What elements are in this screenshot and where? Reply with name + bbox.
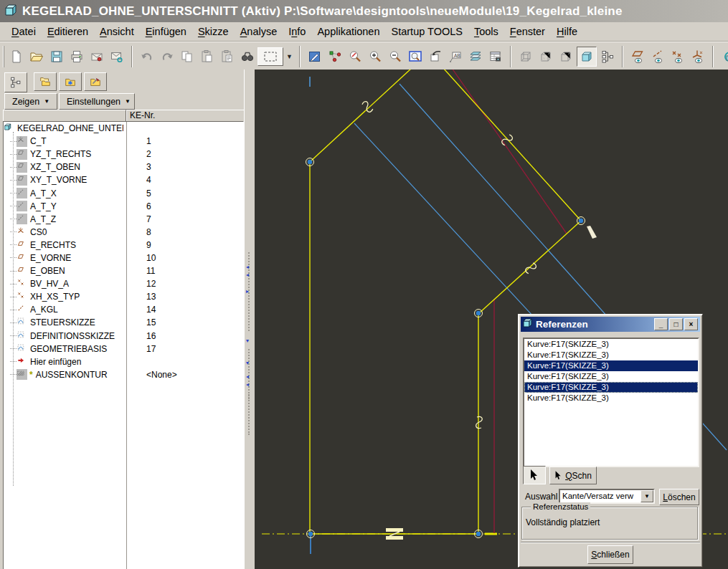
wireframe-button[interactable] (516, 47, 535, 66)
tree-row-a-t-y[interactable]: A_T_Y6 (4, 200, 243, 213)
send-mail-button[interactable] (108, 47, 126, 66)
menu-item-info[interactable]: Info (283, 24, 311, 39)
combobox-dropdown-icon[interactable]: ▼ (640, 490, 653, 502)
loeschen-button[interactable]: Löschen (659, 489, 699, 505)
tree-row-e-vorne[interactable]: E_VORNE10 (4, 252, 243, 264)
tree-row-e-oben[interactable]: E_OBEN11 (4, 264, 243, 277)
reorient-button[interactable] (426, 47, 445, 66)
datum-csys-toggle-button[interactable] (689, 47, 707, 66)
tree-row-a-t-z[interactable]: A_T_Z7 (4, 213, 243, 226)
tree-row-yz-t-rechts[interactable]: YZ_T_RECHTS2 (4, 148, 243, 161)
no-hidden-button[interactable] (557, 47, 575, 66)
tree-row-hier-einf-gen[interactable]: Hier einfügen (4, 355, 243, 368)
tree-root-row[interactable]: KEGELRAD_OHNE_UNTERS (4, 122, 243, 135)
reference-list-item[interactable]: Kurve:F17(SKIZZE_3) (524, 350, 698, 360)
einstellungen-dropdown-button[interactable]: Einstellungen ▼ (59, 93, 135, 110)
zeigen-dropdown-button[interactable]: Zeigen ▼ (4, 93, 57, 110)
sash-expand-right-icon[interactable]: ▸ (246, 289, 249, 295)
reference-edge-red[interactable] (452, 70, 567, 234)
reference-list-item[interactable]: Kurve:F17(SKIZZE_3) (524, 360, 698, 371)
menu-item-startup-tools[interactable]: Startup TOOLS (386, 24, 468, 39)
reference-list-item[interactable]: Kurve:F17(SKIZZE_3) (524, 382, 698, 393)
tree-row-aussenkontur[interactable]: *AUSSENKONTUR<None> (4, 368, 243, 381)
datum-axis-toggle-button[interactable] (648, 47, 667, 66)
dropdown-caret-icon[interactable]: ▼ (286, 53, 293, 60)
tree-row-xz-t-oben[interactable]: XZ_T_OBEN3 (4, 161, 243, 173)
zoom-fit-button[interactable] (406, 47, 425, 66)
sketch-zoom-button[interactable] (346, 47, 364, 66)
tree-row-geometriebasis[interactable]: GEOMETRIEBASIS17 (4, 343, 243, 355)
select-box-button[interactable]: ▼ (257, 47, 295, 66)
undo-button[interactable] (138, 47, 156, 66)
datum-point-toggle-button[interactable] (668, 47, 687, 66)
menu-item-skizze[interactable]: Skizze (192, 24, 235, 39)
dialog-titlebar[interactable]: Referenzen _ □ × (521, 317, 700, 332)
save-button[interactable] (47, 47, 66, 66)
sketch-line-upper-right[interactable] (443, 70, 581, 221)
navigator-tab-favorites[interactable] (59, 72, 82, 91)
paste-special-button[interactable] (218, 47, 237, 66)
toolbar-grip[interactable] (3, 46, 4, 67)
tree-row-c-t[interactable]: C_T1 (4, 135, 243, 148)
datum-tag-button[interactable]: AB (446, 47, 465, 66)
shaded-button[interactable] (577, 47, 597, 67)
tree-select-button[interactable] (598, 47, 617, 66)
reference-list-item[interactable]: Kurve:F17(SKIZZE_3) (524, 371, 698, 382)
tree-row-e-rechts[interactable]: E_RECHTS9 (4, 239, 243, 252)
close-button[interactable]: × (684, 318, 698, 330)
select-box-icon[interactable] (257, 47, 283, 66)
datum-references-button[interactable] (326, 47, 344, 66)
menu-item-hilfe[interactable]: Hilfe (551, 24, 583, 39)
window-titlebar[interactable]: KEGELRAD_OHNE_UNTERSCHNITT (Aktiv) P:\So… (0, 0, 728, 23)
sash-collapse-left-icon[interactable]: ◂ (246, 264, 249, 270)
regenerate-button[interactable] (719, 47, 728, 66)
print-button[interactable] (67, 47, 86, 66)
hidden-line-button[interactable] (536, 47, 555, 66)
navigator-tab-folder-browser[interactable] (34, 72, 57, 91)
open-folder-button[interactable] (27, 47, 46, 66)
reference-list-item[interactable]: Kurve:F17(SKIZZE_3) (524, 339, 698, 350)
menu-item-fenster[interactable]: Fenster (504, 24, 551, 39)
plot-button[interactable] (88, 47, 106, 66)
references-list[interactable]: Kurve:F17(SKIZZE_3)Kurve:F17(SKIZZE_3)Ku… (523, 338, 699, 467)
sketch-line-upper-left[interactable] (310, 70, 412, 162)
tree-row-definitionsskizze[interactable]: DEFINITIONSSKIZZE16 (4, 330, 243, 343)
sash-down-icon[interactable]: ▾ (246, 360, 249, 366)
paste-button[interactable] (198, 47, 217, 66)
menu-item-ansicht[interactable]: Ansicht (94, 24, 140, 39)
layers-button[interactable] (466, 47, 485, 66)
tree-row-steuerskizze[interactable]: STEUERSKIZZE15 (4, 316, 243, 329)
navigator-tab-utilities[interactable] (84, 72, 107, 91)
tree-row-a-kgl[interactable]: A_KGL14 (4, 303, 243, 316)
sash-collapse-left-icon[interactable]: ◂ (246, 374, 249, 380)
reference-list-item[interactable]: Kurve:F17(SKIZZE_3) (524, 393, 698, 403)
select-arrow-button[interactable] (523, 466, 546, 484)
menu-item-tools[interactable]: Tools (468, 24, 504, 39)
new-document-button[interactable] (7, 47, 26, 66)
tree-row-cs0[interactable]: CS08 (4, 226, 243, 239)
sash-collapse-left-icon[interactable]: ◂ (246, 272, 249, 278)
tree-row-xh-xs-typ[interactable]: XH_XS_TYP13 (4, 290, 243, 303)
copy-button[interactable] (178, 47, 197, 66)
menu-item-applikationen[interactable]: Applikationen (311, 24, 385, 39)
tree-row-bv-hv-a[interactable]: BV_HV_A12 (4, 277, 243, 290)
sash-collapse-left-icon[interactable]: ◂ (246, 382, 249, 388)
qschn-button[interactable]: QSchn (549, 467, 597, 484)
sketch-mode-button[interactable] (306, 47, 324, 66)
view-manager-button[interactable] (486, 47, 505, 66)
minimize-button[interactable]: _ (654, 318, 668, 330)
zoom-out-button[interactable] (386, 47, 405, 66)
menu-item-editieren[interactable]: Editieren (42, 24, 94, 39)
find-button[interactable] (238, 47, 257, 66)
tree-row-a-t-x[interactable]: A_T_X5 (4, 186, 243, 199)
menu-item-analyse[interactable]: Analyse (235, 24, 283, 39)
sketch-line-mid-diagonal[interactable] (479, 221, 581, 313)
datum-plane-toggle-button[interactable] (628, 47, 647, 66)
tree-row-xy-t-vorne[interactable]: XY_T_VORNE4 (4, 173, 243, 186)
vertex-marker[interactable] (577, 217, 585, 225)
menu-item-datei[interactable]: Datei (6, 24, 42, 39)
maximize-button[interactable]: □ (669, 318, 683, 330)
schliessen-button[interactable]: Schließen (587, 545, 633, 564)
auswahl-combobox[interactable]: Kante/Versatz verw ▼ (559, 489, 655, 504)
zoom-in-button[interactable] (366, 47, 384, 66)
